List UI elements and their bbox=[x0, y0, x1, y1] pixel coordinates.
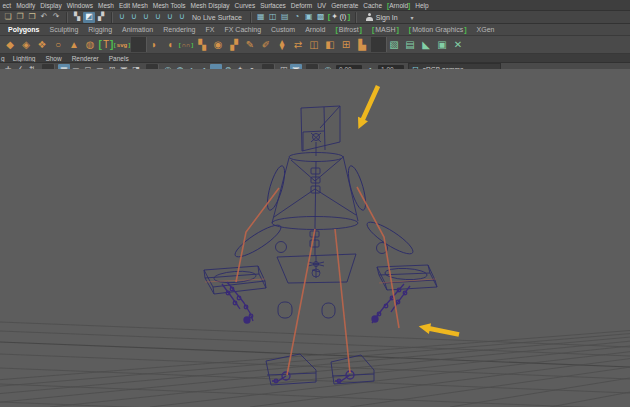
no-live-surface-field[interactable]: No Live Surface bbox=[192, 14, 242, 21]
menu-mesh[interactable]: Mesh bbox=[96, 2, 117, 9]
menu-mesh-tools[interactable]: Mesh Tools bbox=[150, 2, 188, 9]
multi-cut-icon[interactable]: ✎ bbox=[243, 37, 258, 52]
bridge-icon[interactable]: ⇄ bbox=[291, 37, 306, 52]
panel-menu-shading[interactable]: g bbox=[0, 55, 8, 62]
menu-surfaces[interactable]: Surfaces bbox=[258, 2, 289, 9]
panel-menu-lighting[interactable]: Lighting bbox=[8, 55, 41, 62]
separator bbox=[250, 12, 251, 23]
reduce-icon[interactable]: ▙ bbox=[355, 37, 370, 52]
shelf-tab-fx[interactable]: FX bbox=[201, 25, 220, 34]
shelf-tab-xgen[interactable]: XGen bbox=[472, 25, 500, 34]
sign-in-caret-icon[interactable]: ▾ bbox=[411, 14, 414, 21]
save-scene-icon[interactable]: ❒ bbox=[26, 12, 38, 23]
bevel-icon[interactable]: ⧫ bbox=[275, 37, 290, 52]
ipr-render-icon[interactable]: ▤ bbox=[279, 12, 291, 23]
polygon-cylinder-icon[interactable]: ❖ bbox=[35, 37, 50, 52]
left-hand-box bbox=[204, 266, 266, 294]
shelf-tab-bifrost[interactable]: Bifrost bbox=[330, 25, 367, 34]
menu-deform[interactable]: Deform bbox=[288, 2, 314, 9]
snap-point-icon[interactable]: ∪ bbox=[140, 12, 152, 23]
grab-tool-icon[interactable]: ▣ bbox=[435, 37, 450, 52]
menu-edit-mesh[interactable]: Edit Mesh bbox=[116, 2, 150, 9]
snap-view-plane-icon[interactable]: ∪ bbox=[164, 12, 176, 23]
menu-arnold[interactable]: Arnold bbox=[385, 2, 413, 9]
combine-icon[interactable]: ▚ bbox=[195, 37, 210, 52]
polygon-pipe-icon[interactable]: ◍ bbox=[83, 37, 98, 52]
separator bbox=[131, 37, 146, 52]
user-icon bbox=[366, 13, 373, 21]
sculpt-tool-icon[interactable]: ▧ bbox=[387, 37, 402, 52]
annotation-arrow-head bbox=[358, 85, 380, 129]
menu-cache[interactable]: Cache bbox=[361, 2, 385, 9]
panel-menu-renderer[interactable]: Renderer bbox=[67, 55, 104, 62]
separator bbox=[66, 12, 67, 23]
make-live-icon[interactable]: ∪ bbox=[176, 12, 188, 23]
character-wireframe[interactable] bbox=[204, 106, 437, 385]
new-scene-icon[interactable]: ❏ bbox=[2, 12, 14, 23]
shelf-tab-sculpting[interactable]: Sculpting bbox=[45, 25, 84, 34]
polygon-cube-icon[interactable]: ◈ bbox=[19, 37, 34, 52]
snap-projected-center-icon[interactable]: ∪ bbox=[152, 12, 164, 23]
menu-generate[interactable]: Generate bbox=[329, 2, 361, 9]
viewport-panel[interactable] bbox=[0, 69, 630, 407]
smooth-icon[interactable]: ▞ bbox=[227, 37, 242, 52]
shelf-tab-rigging[interactable]: Rigging bbox=[83, 25, 117, 34]
panel-menu-panels[interactable]: Panels bbox=[104, 55, 134, 62]
shelf-tab-arnold[interactable]: Arnold bbox=[300, 25, 330, 34]
polygon-cone-icon[interactable]: ▲ bbox=[67, 37, 82, 52]
menu-select[interactable]: ect bbox=[0, 2, 14, 9]
pinch-tool-icon[interactable]: ✕ bbox=[451, 37, 466, 52]
separator bbox=[371, 37, 386, 52]
type-tool-icon[interactable]: T bbox=[99, 37, 114, 52]
shelf-tab-animation[interactable]: Animation bbox=[117, 25, 158, 34]
select-hierarchy-icon[interactable]: ▚ bbox=[71, 12, 83, 23]
menu-modify[interactable]: Modify bbox=[14, 2, 38, 9]
render-settings-icon[interactable]: ▩ bbox=[315, 12, 327, 23]
polygon-torus-icon[interactable]: ○ bbox=[51, 37, 66, 52]
status-icons-right: ▦◫▤◔▣▩✦(l) bbox=[246, 12, 360, 23]
shelf-tab-mash[interactable]: MASH bbox=[367, 25, 404, 34]
maya-window: { "colors":{ "accent_blue":"#567f9c","gr… bbox=[0, 0, 630, 407]
snap-curve-icon[interactable]: ∪ bbox=[128, 12, 140, 23]
arnold-utility-icon[interactable]: ✦ bbox=[327, 12, 339, 23]
append-polygon-icon[interactable]: ⊞ bbox=[339, 37, 354, 52]
menu-mesh-display[interactable]: Mesh Display bbox=[188, 2, 232, 9]
snap-grid-icon[interactable]: ∪ bbox=[116, 12, 128, 23]
menu-windows[interactable]: Windows bbox=[64, 2, 95, 9]
render-current-frame-icon[interactable]: ◫ bbox=[267, 12, 279, 23]
undo-icon[interactable]: ↶ bbox=[38, 12, 50, 23]
render-sequence-icon[interactable]: ◔ bbox=[291, 12, 303, 23]
sign-in-button[interactable]: Sign In ▾ bbox=[366, 13, 414, 21]
separator bbox=[355, 12, 356, 23]
menu-uv[interactable]: UV bbox=[315, 2, 329, 9]
shelf-tab-motion-graphics[interactable]: Motion Graphics bbox=[404, 25, 472, 34]
booleans-icon[interactable]: ∩∩ bbox=[179, 37, 194, 52]
shelf-tab-polygons[interactable]: Polygons bbox=[3, 25, 45, 34]
panel-menu-show[interactable]: Show bbox=[40, 55, 66, 62]
boolean-union-icon[interactable]: ◗ bbox=[147, 37, 162, 52]
shelf-tab-rendering[interactable]: Rendering bbox=[158, 25, 200, 34]
relax-tool-icon[interactable]: ◣ bbox=[419, 37, 434, 52]
svg-tool-icon[interactable]: svg bbox=[115, 37, 130, 52]
select-object-icon[interactable]: ◩ bbox=[83, 12, 95, 23]
separate-icon[interactable]: ◉ bbox=[211, 37, 226, 52]
pelvis-pad-right bbox=[322, 303, 335, 318]
mirror-icon[interactable]: ◫ bbox=[307, 37, 322, 52]
open-scene-icon[interactable]: ❐ bbox=[14, 12, 26, 23]
shelf-tab-fx-caching[interactable]: FX Caching bbox=[219, 25, 266, 34]
menu-help[interactable]: Help bbox=[413, 2, 431, 9]
extrude-icon[interactable]: ◧ bbox=[323, 37, 338, 52]
boolean-difference-icon[interactable]: ◖ bbox=[163, 37, 178, 52]
arnold-lights-icon[interactable]: (l) bbox=[339, 12, 351, 23]
select-component-icon[interactable]: ▞ bbox=[95, 12, 107, 23]
shelf-tab-custom[interactable]: Custom bbox=[266, 25, 300, 34]
skeleton-joints[interactable] bbox=[222, 282, 410, 383]
quad-draw-icon[interactable]: ✐ bbox=[259, 37, 274, 52]
hypershade-icon[interactable]: ▣ bbox=[303, 12, 315, 23]
menu-curves[interactable]: Curves bbox=[232, 2, 258, 9]
polygon-sphere-icon[interactable]: ◆ bbox=[3, 37, 18, 52]
menu-display[interactable]: Display bbox=[38, 2, 64, 9]
redo-icon[interactable]: ↷ bbox=[50, 12, 62, 23]
render-view-icon[interactable]: ▦ bbox=[255, 12, 267, 23]
smooth-sculpt-tool-icon[interactable]: ▤ bbox=[403, 37, 418, 52]
